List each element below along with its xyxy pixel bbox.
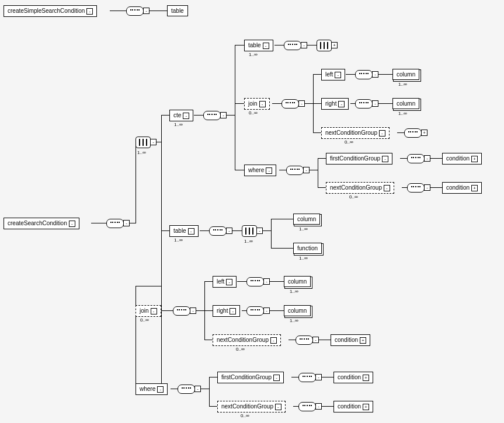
connector xyxy=(232,230,242,231)
cardinality: 1..∞ xyxy=(290,318,298,323)
connector xyxy=(209,406,217,407)
connector xyxy=(161,115,169,116)
expand-icon[interactable]: - xyxy=(123,220,130,226)
connector xyxy=(130,223,135,223)
expand-icon[interactable]: - xyxy=(301,42,307,48)
label: condition xyxy=(338,374,361,380)
cardinality: 1..∞ xyxy=(299,226,308,232)
expand-icon[interactable]: - xyxy=(194,386,201,392)
label: table xyxy=(173,228,186,234)
expand-icon[interactable]: - xyxy=(86,8,93,15)
connector xyxy=(313,103,321,104)
sequence-icon: - xyxy=(296,335,313,345)
expand-icon[interactable]: + xyxy=(421,130,427,136)
expand-icon[interactable]: - xyxy=(230,308,236,314)
connector xyxy=(402,187,407,188)
sequence-icon: - xyxy=(173,306,190,316)
expand-icon[interactable]: - xyxy=(315,374,322,380)
label: left xyxy=(325,71,333,78)
expand-icon[interactable]: - xyxy=(190,307,196,314)
connector xyxy=(346,74,355,75)
expand-icon[interactable]: - xyxy=(266,167,272,174)
connector xyxy=(279,170,286,170)
connector xyxy=(322,406,333,407)
expand-icon[interactable]: - xyxy=(259,101,266,107)
node-main-join-left: left- xyxy=(213,276,237,288)
expand-icon[interactable]: - xyxy=(298,100,305,107)
sequence-icon: - xyxy=(106,219,124,228)
label: nextConditionGroup xyxy=(221,403,273,410)
connector xyxy=(289,340,296,340)
expand-icon[interactable]: - xyxy=(275,404,281,410)
connector xyxy=(313,132,321,133)
expand-icon[interactable]: - xyxy=(384,185,390,191)
sequence-icon: - xyxy=(246,277,264,286)
label: createSimpleSearchCondition xyxy=(8,8,85,14)
expand-icon[interactable]: - xyxy=(270,337,277,344)
sequence-icon: - xyxy=(355,70,373,79)
expand-icon[interactable]: - xyxy=(312,337,319,343)
label: table xyxy=(248,42,261,48)
cardinality: 1..∞ xyxy=(398,82,407,87)
label: join xyxy=(248,100,258,107)
expand-icon[interactable]: + xyxy=(363,404,369,410)
expand-icon[interactable]: - xyxy=(69,221,75,227)
expand-icon[interactable]: - xyxy=(382,156,388,162)
expand-icon[interactable]: - xyxy=(273,375,280,381)
expand-icon[interactable]: + xyxy=(331,42,338,48)
connector xyxy=(135,286,161,286)
label: nextConditionGroup xyxy=(217,337,269,343)
cardinality: 0..∞ xyxy=(140,317,149,323)
expand-icon[interactable]: - xyxy=(303,167,310,173)
expand-icon[interactable]: - xyxy=(183,113,189,119)
expand-icon[interactable]: - xyxy=(335,72,341,78)
expand-icon[interactable]: - xyxy=(226,279,232,285)
sequence-icon: + xyxy=(404,128,422,138)
label: condition xyxy=(338,403,361,410)
node-main-table-column: column xyxy=(293,214,320,225)
sequence-icon: - xyxy=(355,99,373,109)
label: column xyxy=(397,100,415,107)
expand-icon[interactable]: - xyxy=(220,112,227,118)
expand-icon[interactable]: - xyxy=(143,8,150,14)
label: nextConditionGroup xyxy=(330,184,382,191)
connector xyxy=(150,11,167,11)
expand-icon[interactable]: - xyxy=(157,386,164,393)
connector xyxy=(271,248,293,249)
connector xyxy=(237,281,246,282)
node-main-join-ncg: nextConditionGroup- xyxy=(213,334,281,346)
cardinality: 1..∞ xyxy=(174,122,183,127)
connector xyxy=(209,377,217,377)
expand-icon[interactable]: + xyxy=(471,185,478,191)
expand-icon[interactable]: - xyxy=(338,101,345,107)
connector xyxy=(161,230,169,231)
connector xyxy=(274,45,284,46)
expand-icon[interactable]: - xyxy=(315,403,322,410)
expand-icon[interactable]: + xyxy=(471,156,478,162)
expand-icon[interactable]: - xyxy=(188,228,194,235)
connector xyxy=(318,158,318,187)
cardinality: 0..∞ xyxy=(236,347,245,352)
expand-icon[interactable]: - xyxy=(226,228,232,234)
node-main-where: where- xyxy=(135,383,168,395)
connector xyxy=(305,103,313,104)
expand-icon[interactable]: - xyxy=(379,130,385,137)
connector xyxy=(194,115,203,116)
expand-icon[interactable]: - xyxy=(424,184,430,191)
expand-icon[interactable]: - xyxy=(263,278,270,285)
expand-icon[interactable]: - xyxy=(372,100,378,107)
label: where xyxy=(248,167,264,173)
expand-icon[interactable]: - xyxy=(256,228,263,234)
connector xyxy=(313,74,321,75)
node-cte-table: table- xyxy=(244,40,273,51)
label: firstConditionGroup xyxy=(221,374,272,380)
connector xyxy=(291,377,298,377)
expand-icon[interactable]: + xyxy=(360,337,366,344)
expand-icon[interactable]: - xyxy=(263,43,269,49)
expand-icon[interactable]: - xyxy=(263,307,270,314)
expand-icon[interactable]: + xyxy=(363,375,369,381)
expand-icon[interactable]: - xyxy=(424,155,430,162)
connector xyxy=(110,11,126,11)
expand-icon[interactable]: - xyxy=(151,308,157,314)
expand-icon[interactable]: - xyxy=(372,71,378,78)
